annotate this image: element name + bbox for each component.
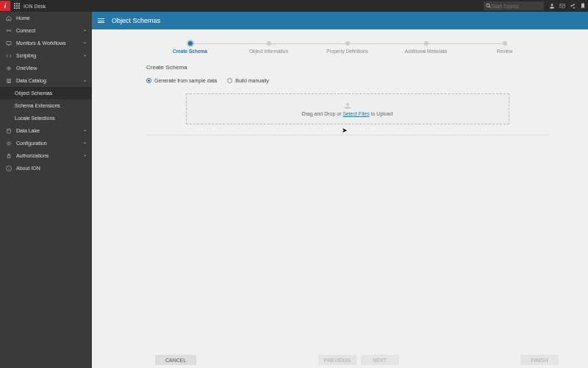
lake-icon (4, 128, 13, 134)
sidebar-item-data-lake[interactable]: Data Lake (0, 124, 92, 137)
sidebar-item-oneview[interactable]: OneView (0, 62, 92, 74)
radio-dot-icon (146, 78, 151, 83)
sidebar-item-label: Locale Selections (15, 116, 87, 121)
sidebar-item-label: OneView (16, 66, 87, 71)
sidebar-item-label: Monitors & Workflows (16, 40, 82, 46)
step-0[interactable]: Create Schema (151, 41, 229, 54)
sidebar-item-label: Configuration (16, 141, 82, 146)
brand-logo[interactable]: i (0, 1, 10, 11)
monitors-icon (4, 40, 13, 46)
mouse-cursor: ➤ (342, 127, 348, 134)
step-dot-icon (345, 41, 350, 46)
step-2[interactable]: Property Definitions (308, 41, 387, 54)
hamburger-icon[interactable] (98, 18, 104, 23)
sidebar-item-label: Data Catalog (16, 78, 82, 83)
previous-button[interactable]: PREVIOUS (318, 355, 356, 365)
app-title: ION Desk (24, 4, 46, 9)
auth-icon (4, 153, 13, 159)
step-dot-icon (424, 41, 429, 46)
sidebar-subitem-schema-extensions[interactable]: Schema Extensions (0, 99, 92, 112)
scripting-icon (4, 53, 13, 59)
bookmark-icon[interactable] (578, 3, 588, 9)
upload-dropzone[interactable]: Drag and Drop or Select Files to Upload (186, 93, 509, 124)
mail-icon[interactable] (557, 3, 567, 9)
sidebar-item-connect[interactable]: Connect (0, 24, 92, 37)
sidebar-subitem-locale-selections[interactable]: Locale Selections (0, 112, 92, 124)
divider (146, 135, 548, 135)
sidebar-item-label: Data Lake (16, 128, 82, 133)
radio-dot-icon (227, 78, 232, 83)
chevron-down-icon (82, 153, 87, 159)
wizard-footer: CANCEL PREVIOUS NEXT FINISH (92, 352, 588, 368)
config-icon (4, 141, 13, 146)
step-label: Property Definitions (326, 49, 368, 54)
step-dot-icon (188, 41, 193, 46)
sidebar-item-label: Authorizations (16, 153, 82, 158)
wizard-stepper: Create SchemaObject InformationProperty … (151, 41, 544, 54)
step-dot-icon (267, 41, 271, 46)
sidebar-item-monitors-workflows[interactable]: Monitors & Workflows (0, 37, 92, 49)
sidebar-item-label: Home (16, 15, 87, 21)
sidebar-item-label: Object Schemas (15, 91, 87, 96)
global-search[interactable] (484, 1, 544, 10)
step-label: Review (497, 49, 512, 54)
finish-button[interactable]: FINISH (520, 355, 559, 365)
sidebar-item-scripting[interactable]: Scripting (0, 49, 92, 62)
cancel-button[interactable]: CANCEL (155, 355, 196, 365)
radio-build-label: Build manually (235, 78, 269, 83)
sidebar-item-label: Schema Extensions (15, 103, 87, 108)
about-icon (4, 166, 13, 171)
chevron-down-icon (82, 128, 87, 134)
dropzone-text-suffix: to Upload (370, 111, 393, 116)
sidebar-item-authorizations[interactable]: Authorizations (0, 149, 92, 162)
search-input[interactable] (491, 4, 542, 9)
sidebar-item-label: About ION (16, 166, 87, 171)
main-panel: Object Schemas Create SchemaObject Infor… (92, 12, 588, 368)
app-launcher-icon[interactable] (12, 3, 22, 9)
step-4[interactable]: Review (465, 41, 544, 54)
chevron-down-icon (82, 141, 87, 146)
chevron-up-icon (82, 78, 87, 84)
topbar: i ION Desk (0, 0, 588, 12)
sidebar-subitem-object-schemas[interactable]: Object Schemas (0, 87, 92, 99)
next-button[interactable]: NEXT (361, 355, 399, 365)
select-files-link[interactable]: Select Files (343, 111, 369, 116)
step-1[interactable]: Object Information (229, 41, 308, 54)
sidebar-item-home[interactable]: Home (0, 12, 92, 24)
sidebar-item-label: Connect (16, 28, 82, 33)
sidebar-item-data-catalog[interactable]: Data Catalog (0, 74, 92, 87)
oneview-icon (4, 66, 13, 71)
sidebar-item-configuration[interactable]: Configuration (0, 137, 92, 149)
schema-mode-radios: Generate from sample data Build manually (146, 78, 559, 83)
dropzone-text-prefix: Drag and Drop or (301, 111, 343, 116)
step-3[interactable]: Additional Metadata (387, 41, 465, 54)
radio-generate[interactable]: Generate from sample data (146, 78, 217, 83)
content-area: Create SchemaObject InformationProperty … (92, 29, 588, 352)
chevron-down-icon (82, 28, 87, 34)
radio-build[interactable]: Build manually (227, 78, 269, 83)
home-icon (4, 15, 13, 21)
main-header: Object Schemas (92, 12, 588, 29)
page-title: Object Schemas (112, 17, 160, 24)
sidebar-item-about-ion[interactable]: About ION (0, 162, 92, 174)
search-icon (486, 3, 491, 9)
radio-generate-label: Generate from sample data (154, 78, 217, 83)
sidebar-item-label: Scripting (16, 53, 82, 58)
section-title: Create Schema (146, 64, 559, 71)
user-icon[interactable] (547, 3, 557, 9)
share-icon[interactable] (567, 3, 578, 9)
catalog-icon (4, 78, 13, 84)
step-dot-icon (503, 41, 507, 46)
connect-icon (4, 28, 13, 34)
chevron-down-icon (82, 40, 87, 46)
sidebar: HomeConnectMonitors & WorkflowsScripting… (0, 12, 92, 368)
step-label: Additional Metadata (405, 49, 447, 54)
chevron-down-icon (82, 53, 87, 59)
upload-icon (344, 102, 351, 110)
step-label: Object Information (249, 49, 288, 54)
step-label: Create Schema (173, 49, 207, 54)
